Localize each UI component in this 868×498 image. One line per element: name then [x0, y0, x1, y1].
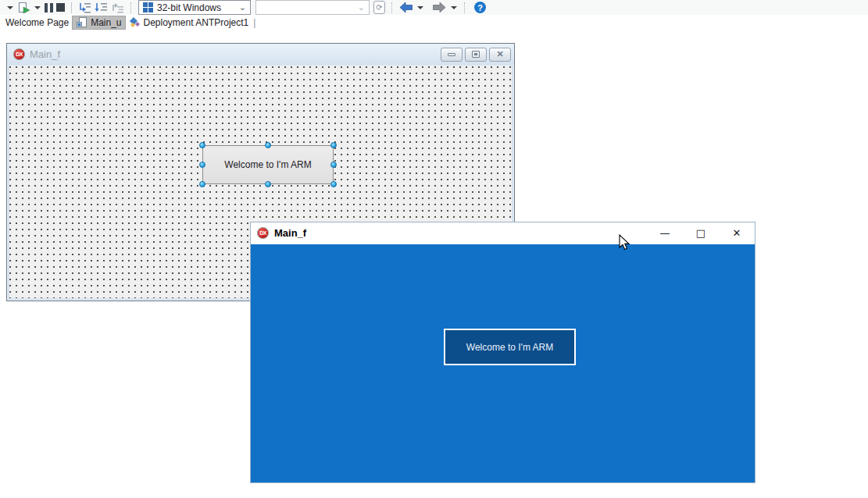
app-maximize-button[interactable]: □: [683, 222, 719, 244]
app-minimize-button[interactable]: —: [647, 222, 683, 244]
forward-history-dropdown-icon[interactable]: [451, 6, 457, 9]
restore-icon: [472, 51, 480, 58]
designer-minimize-button[interactable]: [441, 48, 463, 62]
app-titlebar[interactable]: DX Main_f — □ ✕: [251, 222, 755, 244]
chevron-down-icon: ⌄: [233, 3, 246, 12]
designer-restore-button[interactable]: [465, 48, 487, 62]
navigate-forward-icon[interactable]: [432, 1, 447, 15]
app-button-caption: Welcome to I'm ARM: [466, 342, 553, 353]
selection-handle[interactable]: [330, 162, 337, 168]
toolbar-separator: [71, 2, 72, 13]
run-options-dropdown-icon[interactable]: [7, 6, 13, 9]
toolbar-separator: [391, 2, 392, 13]
run-dropdown-icon[interactable]: [34, 6, 41, 9]
selection-handle[interactable]: [330, 142, 337, 148]
deployment-icon: [129, 17, 141, 28]
editor-tabbar: Welcome Page Main_u Deployment ANTProjec…: [0, 15, 868, 30]
app-welcome-button[interactable]: Welcome to I'm ARM: [444, 329, 576, 365]
step-over-icon[interactable]: [78, 1, 91, 15]
windows-logo-icon: [143, 2, 153, 12]
target-platform-value: 32-bit Windows: [157, 2, 221, 13]
toolbar-separator: [130, 2, 131, 13]
close-icon: ✕: [496, 50, 503, 59]
stop-icon[interactable]: [56, 3, 65, 12]
designer-titlebar[interactable]: DX Main_f ✕: [7, 44, 514, 65]
tab-deployment[interactable]: Deployment ANTProject1: [126, 16, 252, 30]
run-without-debugging-icon[interactable]: [17, 1, 30, 15]
tab-label: Main_u: [91, 17, 121, 28]
app-window-title: Main_f: [274, 227, 647, 239]
designer-close-button[interactable]: ✕: [489, 48, 511, 62]
designed-button-caption: Welcome to I'm ARM: [224, 159, 311, 170]
trace-into-icon[interactable]: [95, 1, 108, 15]
toolbar-separator: [464, 2, 465, 13]
tab-welcome-page[interactable]: Welcome Page: [2, 16, 72, 30]
mouse-cursor: [617, 234, 633, 254]
selection-handle[interactable]: [199, 162, 205, 168]
selection-handle[interactable]: [199, 181, 205, 187]
minimize-icon: [448, 53, 455, 56]
chevron-down-icon: ⌄: [352, 3, 365, 12]
running-app-window: DX Main_f — □ ✕ Welcome to I'm ARM: [250, 222, 755, 483]
pause-icon[interactable]: [45, 1, 53, 15]
selection-handle[interactable]: [199, 142, 205, 148]
selection-handle[interactable]: [330, 181, 337, 187]
tab-divider: |: [253, 17, 255, 28]
back-history-dropdown-icon[interactable]: [417, 6, 423, 9]
target-platform-combobox[interactable]: 32-bit Windows ⌄: [138, 0, 251, 15]
main-toolbar: 32-bit Windows ⌄ ⌄ ⟳ ?: [0, 0, 868, 15]
unit-file-icon: [76, 17, 88, 28]
selection-handle[interactable]: [265, 181, 271, 187]
help-icon[interactable]: ?: [474, 2, 486, 13]
designed-button[interactable]: Welcome to I'm ARM: [202, 145, 334, 184]
step-out-icon[interactable]: [111, 1, 124, 15]
app-dx-icon: DX: [257, 227, 269, 239]
tab-main-u[interactable]: Main_u: [72, 16, 125, 30]
target-device-combobox[interactable]: ⌄: [255, 0, 370, 15]
app-dx-icon: DX: [13, 48, 25, 60]
selection-handle[interactable]: [265, 142, 271, 148]
app-close-button[interactable]: ✕: [719, 222, 755, 244]
tab-label: Deployment ANTProject1: [144, 17, 249, 28]
designer-window-title: Main_f: [30, 48, 438, 60]
app-client-area: Welcome to I'm ARM: [251, 244, 755, 482]
navigate-back-icon[interactable]: [398, 1, 413, 15]
refresh-devices-icon[interactable]: ⟳: [373, 1, 385, 14]
tab-label: Welcome Page: [5, 17, 69, 28]
